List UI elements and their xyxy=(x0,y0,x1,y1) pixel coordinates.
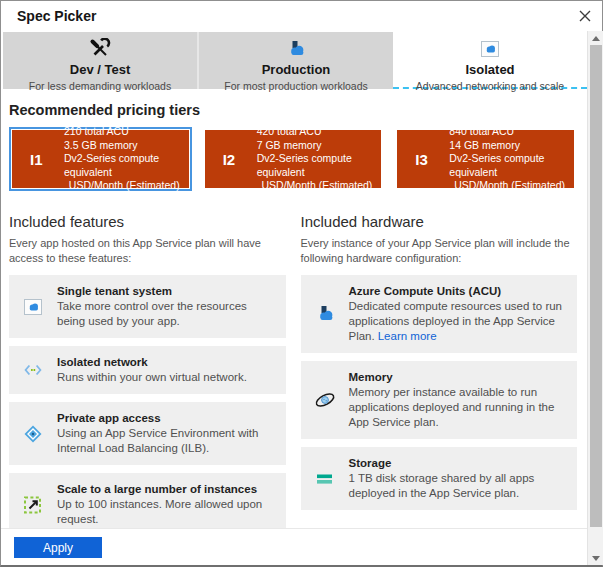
feature-title: Single tenant system xyxy=(57,284,278,299)
tier-price-note: USD/Month (Estimated) xyxy=(64,179,180,193)
tab-production[interactable]: Production For most production workloads xyxy=(197,32,393,89)
dev-test-tools-icon xyxy=(3,39,197,59)
tier-card-i3[interactable]: I3 840 total ACU 14 GB memory Dv2-Series… xyxy=(394,127,577,191)
tier-acu: 210 total ACU xyxy=(64,125,180,139)
scrollbar-thumb[interactable] xyxy=(590,45,602,527)
hardware-title: Azure Compute Units (ACU) xyxy=(349,284,570,299)
features-heading: Included features xyxy=(9,213,286,230)
included-features-section: Included features Every app hosted on th… xyxy=(9,213,286,528)
feature-title: Private app access xyxy=(57,411,278,426)
feature-description: Take more control over the resources bei… xyxy=(57,299,278,329)
private-app-access-icon xyxy=(9,424,57,444)
hardware-storage: Storage 1 TB disk storage shared by all … xyxy=(301,447,578,510)
feature-single-tenant: Single tenant system Take more control o… xyxy=(9,275,286,338)
scrollbar-track[interactable] xyxy=(588,45,603,551)
tab-label: Dev / Test xyxy=(3,62,197,77)
dialog-title: Spec Picker xyxy=(17,8,96,24)
feature-scale-instances: Scale to a large number of instances Up … xyxy=(9,473,286,528)
learn-more-link[interactable]: Learn more xyxy=(378,330,437,342)
hardware-intro: Every instance of your App Service plan … xyxy=(301,236,578,265)
dialog-body: Recommended pricing tiers I1 210 total A… xyxy=(1,89,587,528)
hardware-acu: Azure Compute Units (ACU) Dedicated comp… xyxy=(301,275,578,353)
tier-acu: 420 total ACU xyxy=(257,125,373,139)
plan-category-tabs: Dev / Test For less demanding workloads xyxy=(3,32,587,89)
features-intro: Every app hosted on this App Service pla… xyxy=(9,236,286,265)
pricing-tiers-heading: Recommended pricing tiers xyxy=(9,102,577,118)
tab-dev-test[interactable]: Dev / Test For less demanding workloads xyxy=(3,32,197,89)
scroll-down-arrow-icon[interactable] xyxy=(588,551,603,565)
included-hardware-section: Included hardware Every instance of your… xyxy=(301,213,578,528)
tier-compute: Dv2-Series compute equivalent xyxy=(449,152,565,179)
dialog-footer: Apply xyxy=(1,528,587,565)
tier-memory: 14 GB memory xyxy=(449,139,565,153)
tier-price-note: USD/Month (Estimated) xyxy=(257,179,373,193)
production-cloud-icon xyxy=(199,39,393,59)
tier-price-note: USD/Month (Estimated) xyxy=(449,179,565,193)
tier-code: I2 xyxy=(223,151,257,168)
storage-icon xyxy=(301,472,349,486)
tier-memory: 7 GB memory xyxy=(257,139,373,153)
close-icon xyxy=(579,10,591,22)
tier-code: I1 xyxy=(30,151,64,168)
isolated-network-icon xyxy=(9,361,57,379)
tier-compute: Dv2-Series compute equivalent xyxy=(64,152,180,179)
scale-instances-icon xyxy=(9,495,57,515)
tier-card-i2[interactable]: I2 420 total ACU 7 GB memory Dv2-Series … xyxy=(202,127,385,191)
apply-button[interactable]: Apply xyxy=(14,537,102,558)
hardware-description: Memory per instance available to run app… xyxy=(349,385,570,430)
vertical-scrollbar[interactable] xyxy=(587,31,603,565)
hardware-title: Memory xyxy=(349,370,570,385)
feature-description: Runs within your own virtual network. xyxy=(57,370,278,385)
hardware-title: Storage xyxy=(349,456,570,471)
pricing-tier-list: I1 210 total ACU 3.5 GB memory Dv2-Serie… xyxy=(9,127,577,191)
hardware-heading: Included hardware xyxy=(301,213,578,230)
acu-icon xyxy=(301,304,349,324)
feature-private-app-access: Private app access Using an App Service … xyxy=(9,402,286,465)
tab-label: Production xyxy=(199,62,393,77)
scroll-up-arrow-icon[interactable] xyxy=(588,31,603,45)
tier-code: I3 xyxy=(415,151,449,168)
tier-acu: 840 total ACU xyxy=(449,125,565,139)
close-button[interactable] xyxy=(568,1,602,31)
feature-title: Isolated network xyxy=(57,355,278,370)
spec-picker-dialog: Spec Picker D xyxy=(0,0,603,567)
feature-description: Using an App Service Environment with In… xyxy=(57,426,278,456)
feature-isolated-network: Isolated network Runs within your own vi… xyxy=(9,346,286,394)
hardware-description: 1 TB disk storage shared by all apps dep… xyxy=(349,471,570,501)
titlebar: Spec Picker xyxy=(1,1,602,31)
tier-compute: Dv2-Series compute equivalent xyxy=(257,152,373,179)
tab-label: Isolated xyxy=(393,62,587,77)
single-tenant-icon xyxy=(9,299,57,315)
tab-isolated[interactable]: Isolated Advanced networking and scale xyxy=(393,32,587,89)
feature-title: Scale to a large number of instances xyxy=(57,482,278,497)
isolated-cloud-icon xyxy=(393,39,587,59)
tier-card-i1[interactable]: I1 210 total ACU 3.5 GB memory Dv2-Serie… xyxy=(9,127,192,191)
tier-memory: 3.5 GB memory xyxy=(64,139,180,153)
hardware-memory: Memory Memory per instance available to … xyxy=(301,361,578,439)
memory-icon xyxy=(301,390,349,410)
feature-description: Up to 100 instances. More allowed upon r… xyxy=(57,497,278,527)
